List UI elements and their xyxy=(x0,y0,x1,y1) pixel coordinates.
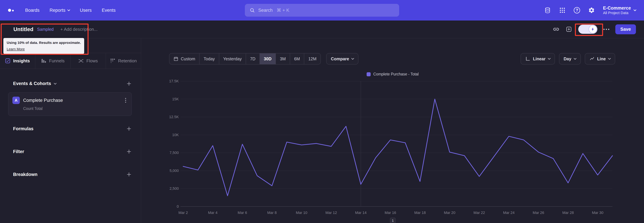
date-range-segmented-control: Custom Today Yesterday 7D 30D 3M 6M 12M xyxy=(169,53,321,65)
tab-funnels[interactable]: Funnels xyxy=(36,53,71,69)
formulas-label: Formulas xyxy=(13,126,34,131)
value-scale-button[interactable]: Linear xyxy=(520,53,555,65)
range-6m[interactable]: 6M xyxy=(290,53,304,64)
nav-reports[interactable]: Reports xyxy=(50,8,70,13)
filter-section: Filter xyxy=(13,149,132,154)
search-input[interactable]: Search ⌘ + K xyxy=(245,4,399,17)
query-builder-sidebar: Insights Funnels Flows xyxy=(0,38,141,223)
calendar-icon xyxy=(174,56,178,61)
svg-text:0: 0 xyxy=(177,204,179,208)
svg-text:Mar 28: Mar 28 xyxy=(562,210,574,215)
save-button[interactable]: Save xyxy=(615,24,636,34)
page-number-button[interactable]: 1 xyxy=(390,218,396,223)
more-options-icon[interactable] xyxy=(604,27,609,31)
range-custom[interactable]: Custom xyxy=(170,53,199,64)
sampling-toggle[interactable] xyxy=(578,25,598,34)
event-row-complete-purchase[interactable]: A Complete Purchase Count Total xyxy=(8,92,132,116)
chart-type-button[interactable]: Line xyxy=(585,53,615,65)
svg-text:Mar 6: Mar 6 xyxy=(238,210,247,215)
tab-flows-label: Flows xyxy=(86,58,98,64)
nav-users[interactable]: Users xyxy=(80,8,92,13)
svg-text:Mar 30: Mar 30 xyxy=(592,210,604,215)
learn-more-link[interactable]: Learn More xyxy=(7,47,25,51)
svg-text:Mar 14: Mar 14 xyxy=(355,210,366,215)
svg-text:Mar 20: Mar 20 xyxy=(444,210,455,215)
sampled-badge[interactable]: Sampled xyxy=(37,27,54,32)
breakdown-label: Breakdown xyxy=(13,172,38,177)
compare-label: Compare xyxy=(331,56,349,61)
filter-label: Filter xyxy=(13,149,24,154)
add-breakdown-button[interactable] xyxy=(126,172,132,177)
chart-controls-row: Custom Today Yesterday 7D 30D 3M 6M 12M … xyxy=(169,53,615,65)
help-icon[interactable]: ? xyxy=(574,7,580,14)
chevron-down-icon xyxy=(634,9,636,11)
chevron-down-icon xyxy=(574,57,576,60)
range-12m[interactable]: 12M xyxy=(304,53,320,64)
line-chart-icon xyxy=(590,56,594,61)
chart-panel: Custom Today Yesterday 7D 30D 3M 6M 12M … xyxy=(141,38,644,223)
add-event-button[interactable] xyxy=(126,81,132,86)
search-icon xyxy=(250,8,255,13)
nav-right: ? E-Commerce All Project Data xyxy=(544,6,636,15)
range-30d[interactable]: 30D xyxy=(260,53,276,64)
svg-text:17.5K: 17.5K xyxy=(169,79,179,83)
add-to-board-icon[interactable] xyxy=(566,26,572,33)
tab-retention[interactable]: Retention xyxy=(106,53,141,69)
tab-insights-label: Insights xyxy=(13,58,30,64)
svg-text:12.5K: 12.5K xyxy=(169,115,179,119)
compare-button[interactable]: Compare xyxy=(326,53,358,65)
event-metric[interactable]: Count Total xyxy=(23,106,128,111)
svg-text:Mar 18: Mar 18 xyxy=(414,210,426,215)
add-filter-button[interactable] xyxy=(126,149,132,154)
search-shortcut: ⌘ + K xyxy=(277,8,290,13)
svg-text:7,500: 7,500 xyxy=(170,151,179,155)
top-nav: Boards Reports Users Events Search ⌘ + K xyxy=(0,0,644,21)
project-selector[interactable]: E-Commerce All Project Data xyxy=(603,6,636,15)
report-title[interactable]: Untitled xyxy=(14,26,33,32)
event-name: Complete Purchase xyxy=(23,98,63,103)
project-scope: All Project Data xyxy=(603,11,631,15)
sampling-tooltip: Using 10% of data. Results are approxima… xyxy=(3,38,84,54)
data-management-icon[interactable] xyxy=(544,7,551,14)
svg-text:Mar 24: Mar 24 xyxy=(503,210,514,215)
svg-text:Mar 4: Mar 4 xyxy=(208,210,217,215)
mixpanel-logo-icon[interactable] xyxy=(8,9,14,12)
lightning-bolt-icon xyxy=(591,27,595,31)
plus-icon xyxy=(126,126,132,131)
range-today[interactable]: Today xyxy=(199,53,219,64)
event-row-main: A Complete Purchase xyxy=(12,97,128,104)
tab-insights[interactable]: Insights xyxy=(0,53,36,69)
event-options-icon[interactable] xyxy=(124,97,128,103)
events-cohorts-header: Events & Cohorts xyxy=(13,81,132,86)
line-chart[interactable]: 02,5005,0007,50010K12.5K15K17.5KMar 2Mar… xyxy=(146,78,622,217)
tab-flows[interactable]: Flows xyxy=(70,53,106,69)
retention-icon xyxy=(110,58,116,64)
page-body: Insights Funnels Flows xyxy=(0,38,644,223)
svg-text:10K: 10K xyxy=(172,133,179,137)
settings-gear-icon[interactable] xyxy=(588,7,595,14)
range-3m[interactable]: 3M xyxy=(276,53,290,64)
tab-funnels-label: Funnels xyxy=(49,58,65,64)
apps-grid-icon[interactable] xyxy=(559,7,566,14)
range-7d[interactable]: 7D xyxy=(246,53,260,64)
sampling-tooltip-text: Using 10% of data. Results are approxima… xyxy=(7,40,81,45)
chart-display-controls: Linear Day Line xyxy=(520,53,615,65)
svg-text:Mar 8: Mar 8 xyxy=(267,210,276,215)
svg-text:2,500: 2,500 xyxy=(170,186,179,191)
nav-boards[interactable]: Boards xyxy=(25,8,40,13)
project-name: E-Commerce xyxy=(603,6,631,11)
svg-text:Mar 22: Mar 22 xyxy=(474,210,485,215)
chart-legend[interactable]: Complete Purchase - Total xyxy=(141,72,644,76)
share-link-icon[interactable] xyxy=(553,26,560,33)
plus-icon xyxy=(126,149,132,154)
add-formula-button[interactable] xyxy=(126,126,132,131)
report-type-tabs: Insights Funnels Flows xyxy=(0,53,141,69)
range-yesterday[interactable]: Yesterday xyxy=(219,53,246,64)
svg-text:15K: 15K xyxy=(172,97,179,101)
nav-events[interactable]: Events xyxy=(102,8,116,13)
legend-swatch xyxy=(366,72,371,76)
events-cohorts-title[interactable]: Events & Cohorts xyxy=(13,81,51,86)
granularity-button[interactable]: Day xyxy=(559,53,581,65)
add-description[interactable]: + Add description... xyxy=(60,27,98,32)
event-letter-badge: A xyxy=(12,97,20,104)
